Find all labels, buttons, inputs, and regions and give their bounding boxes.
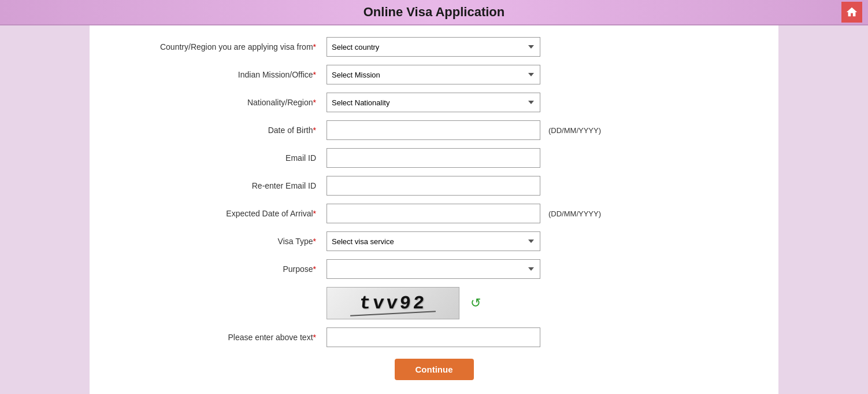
captcha-input-label: Please enter above text* bbox=[113, 333, 327, 342]
country-label: Country/Region you are applying visa fro… bbox=[113, 42, 327, 51]
re-email-row: Re-enter Email ID bbox=[113, 176, 755, 196]
header-bar: Online Visa Application bbox=[0, 0, 868, 25]
mission-label: Indian Mission/Office* bbox=[113, 70, 327, 79]
captcha-row: tvv92 ↺ bbox=[113, 287, 755, 319]
visa-type-row: Visa Type* Select visa service bbox=[113, 231, 755, 251]
arrival-input[interactable] bbox=[327, 204, 540, 223]
main-form: Country/Region you are applying visa fro… bbox=[90, 25, 778, 394]
visa-type-select[interactable]: Select visa service bbox=[327, 231, 540, 251]
email-input[interactable] bbox=[327, 148, 540, 168]
email-label: Email ID bbox=[113, 153, 327, 163]
country-required: * bbox=[313, 42, 316, 51]
home-icon[interactable] bbox=[841, 2, 862, 23]
nationality-label: Nationality/Region* bbox=[113, 98, 327, 107]
continue-button[interactable]: Continue bbox=[395, 359, 474, 380]
captcha-required: * bbox=[313, 333, 316, 342]
mission-required: * bbox=[313, 70, 316, 79]
captcha-container: tvv92 ↺ bbox=[327, 287, 485, 319]
mission-row: Indian Mission/Office* Select Mission bbox=[113, 65, 755, 84]
purpose-row: Purpose* bbox=[113, 259, 755, 279]
arrival-hint: (DD/MM/YYYY) bbox=[548, 209, 601, 218]
nationality-required: * bbox=[313, 98, 316, 107]
dob-input[interactable] bbox=[327, 120, 540, 140]
email-row: Email ID bbox=[113, 148, 755, 168]
dob-label: Date of Birth* bbox=[113, 126, 327, 135]
dob-hint: (DD/MM/YYYY) bbox=[548, 126, 601, 135]
mission-select[interactable]: Select Mission bbox=[327, 65, 540, 84]
arrival-row: Expected Date of Arrival* (DD/MM/YYYY) bbox=[113, 204, 755, 223]
header-title: Online Visa Application bbox=[363, 5, 505, 19]
captcha-display-text: tvv92 bbox=[358, 293, 427, 314]
captcha-input-row: Please enter above text* bbox=[113, 327, 755, 347]
dob-row: Date of Birth* (DD/MM/YYYY) bbox=[113, 120, 755, 140]
arrival-label: Expected Date of Arrival* bbox=[113, 209, 327, 218]
captcha-refresh-icon[interactable]: ↺ bbox=[466, 294, 485, 312]
continue-row: Continue bbox=[113, 359, 755, 380]
country-select[interactable]: Select country bbox=[327, 37, 540, 57]
re-email-label: Re-enter Email ID bbox=[113, 181, 327, 190]
purpose-select[interactable] bbox=[327, 259, 540, 279]
purpose-required: * bbox=[313, 264, 316, 274]
country-row: Country/Region you are applying visa fro… bbox=[113, 37, 755, 57]
visa-type-label: Visa Type* bbox=[113, 237, 327, 246]
purpose-label: Purpose* bbox=[113, 264, 327, 274]
nationality-select[interactable]: Select Nationality bbox=[327, 93, 540, 112]
dob-required: * bbox=[313, 126, 316, 135]
visa-type-required: * bbox=[313, 237, 316, 246]
captcha-image: tvv92 bbox=[327, 287, 459, 319]
captcha-input[interactable] bbox=[327, 327, 540, 347]
re-email-input[interactable] bbox=[327, 176, 540, 196]
nationality-row: Nationality/Region* Select Nationality bbox=[113, 93, 755, 112]
arrival-required: * bbox=[313, 209, 316, 218]
